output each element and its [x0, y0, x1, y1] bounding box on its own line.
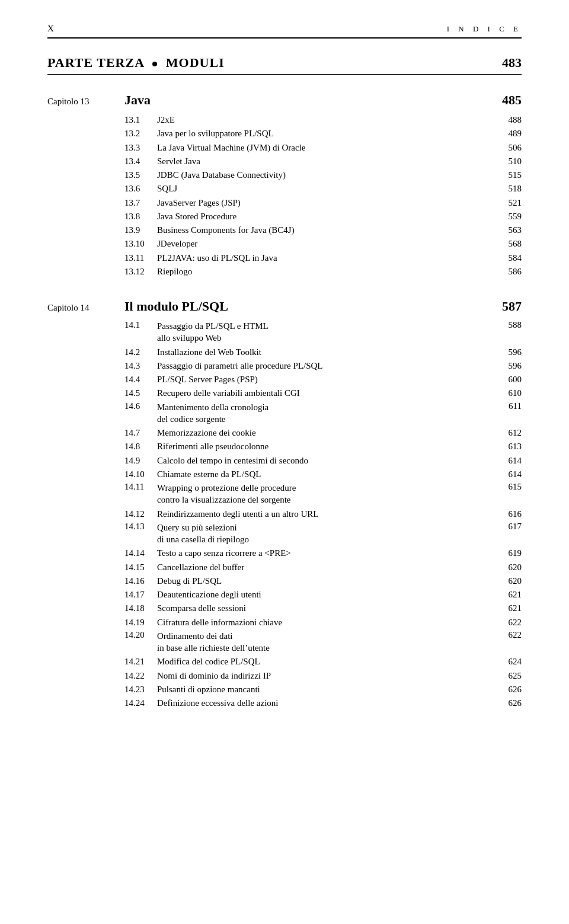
- entry-text: JDBC (Java Database Connectivity): [157, 169, 489, 181]
- entry-text: Passaggio di parametri alle procedure PL…: [157, 360, 489, 372]
- entry-page: 521: [489, 198, 522, 208]
- list-item: 13.7JavaServer Pages (JSP)521: [124, 197, 522, 209]
- list-item: 14.16Debug di PL/SQL620: [124, 575, 522, 587]
- capitolo-header: Capitolo 13Java485: [47, 92, 522, 108]
- entry-page: 622: [489, 630, 522, 640]
- entry-text: Modifica del codice PL/SQL: [157, 656, 489, 667]
- capitolo-pagenum: 587: [486, 299, 522, 314]
- list-item: 14.4PL/SQL Server Pages (PSP)600: [124, 373, 522, 385]
- entry-page: 510: [489, 156, 522, 167]
- entry-text: Query su più selezionidi una casella di …: [157, 522, 489, 546]
- toc-entries: 14.1Passaggio da PL/SQL e HTMLallo svilu…: [124, 320, 522, 709]
- capitolo-pagenum: 485: [486, 92, 522, 108]
- page-header: X I N D I C E: [47, 24, 522, 34]
- entry-page: 624: [489, 657, 522, 667]
- entry-text: Java Stored Procedure: [157, 210, 489, 222]
- parte-header: PARTE TERZA MODULI 483: [47, 55, 522, 71]
- entry-num: 14.22: [124, 671, 157, 681]
- list-item: 14.7Memorizzazione dei cookie612: [124, 427, 522, 439]
- entry-text: Chiamate esterne da PL/SQL: [157, 468, 489, 480]
- entry-page: 613: [489, 442, 522, 452]
- entry-text: Deautenticazione degli utenti: [157, 589, 489, 600]
- entry-page: 515: [489, 170, 522, 180]
- list-item: 14.18Scomparsa delle sessioni621: [124, 602, 522, 614]
- capitolo-header: Capitolo 14Il modulo PL/SQL587: [47, 299, 522, 314]
- entry-num: 13.4: [124, 156, 157, 167]
- entry-num: 13.8: [124, 212, 157, 222]
- header-indice: I N D I C E: [447, 24, 522, 34]
- list-item: 14.20Ordinamento dei datiin base alle ri…: [124, 630, 522, 654]
- list-item: 14.13Query su più selezionidi una casell…: [124, 522, 522, 546]
- entry-page: 568: [489, 239, 522, 249]
- entry-text: Installazione del Web Toolkit: [157, 346, 489, 358]
- list-item: 14.12Reindirizzamento degli utenti a un …: [124, 508, 522, 520]
- entry-text: Cifratura delle informazioni chiave: [157, 616, 489, 628]
- toc-content: Capitolo 13Java48513.1J2xE48813.2Java pe…: [47, 92, 522, 709]
- entry-text: Calcolo del tempo in centesimi di second…: [157, 455, 489, 466]
- entry-text: Java per lo sviluppatore PL/SQL: [157, 127, 489, 139]
- entry-num: 14.23: [124, 685, 157, 695]
- capitolo-title: Il modulo PL/SQL: [124, 299, 486, 314]
- list-item: 14.3Passaggio di parametri alle procedur…: [124, 360, 522, 372]
- list-item: 14.9Calcolo del tempo in centesimi di se…: [124, 455, 522, 466]
- list-item: 13.9Business Components for Java (BC4J)5…: [124, 224, 522, 236]
- entry-page: 586: [489, 267, 522, 277]
- entry-page: 614: [489, 469, 522, 479]
- entry-page: 559: [489, 212, 522, 222]
- entry-num: 13.3: [124, 143, 157, 153]
- list-item: 14.22Nomi di dominio da indirizzi IP625: [124, 670, 522, 682]
- entry-num: 14.16: [124, 576, 157, 586]
- entry-page: 614: [489, 456, 522, 466]
- entry-page: 625: [489, 671, 522, 681]
- entry-text: SQLJ: [157, 183, 489, 194]
- entry-page: 619: [489, 548, 522, 558]
- entry-text: Recupero delle variabili ambientali CGI: [157, 387, 489, 399]
- entry-page: 610: [489, 388, 522, 398]
- list-item: 13.12Riepilogo586: [124, 266, 522, 277]
- entry-num: 13.10: [124, 239, 157, 249]
- entry-num: 14.11: [124, 482, 157, 492]
- entry-num: 14.19: [124, 618, 157, 628]
- entry-text: Riferimenti alle pseudocolonne: [157, 440, 489, 452]
- entry-num: 14.9: [124, 456, 157, 466]
- entry-text: Testo a capo senza ricorrere a <PRE>: [157, 547, 489, 559]
- entry-page: 611: [489, 401, 522, 411]
- entry-num: 14.4: [124, 375, 157, 385]
- entry-num: 14.18: [124, 603, 157, 613]
- entry-page: 506: [489, 143, 522, 153]
- entry-num: 14.20: [124, 630, 157, 640]
- capitolo-title: Java: [124, 92, 486, 108]
- entry-page: 488: [489, 115, 522, 125]
- entry-text: Business Components for Java (BC4J): [157, 224, 489, 236]
- entry-page: 617: [489, 522, 522, 532]
- toc-entries: 13.1J2xE48813.2Java per lo sviluppatore …: [124, 114, 522, 277]
- list-item: 14.23Pulsanti di opzione mancanti626: [124, 683, 522, 695]
- list-item: 14.6Mantenimento della cronologiadel cod…: [124, 401, 522, 426]
- list-item: 13.5JDBC (Java Database Connectivity)515: [124, 169, 522, 181]
- list-item: 13.10JDeveloper568: [124, 238, 522, 250]
- parte-page: 483: [502, 55, 522, 71]
- capitolo-label: Capitolo 13: [47, 97, 124, 107]
- entry-page: 612: [489, 428, 522, 438]
- list-item: 13.4Servlet Java510: [124, 155, 522, 167]
- entry-num: 13.2: [124, 129, 157, 139]
- list-item: 14.14Testo a capo senza ricorrere a <PRE…: [124, 547, 522, 559]
- entry-text: Cancellazione del buffer: [157, 561, 489, 573]
- entry-num: 14.12: [124, 509, 157, 519]
- capitolo-label: Capitolo 14: [47, 303, 124, 313]
- entry-text: PL/SQL Server Pages (PSP): [157, 373, 489, 385]
- entry-num: 14.21: [124, 657, 157, 667]
- entry-num: 13.5: [124, 170, 157, 180]
- parte-divider: [47, 74, 522, 75]
- entry-text: Servlet Java: [157, 155, 489, 167]
- parte-label: PARTE TERZA: [47, 55, 144, 70]
- entry-text: La Java Virtual Machine (JVM) di Oracle: [157, 142, 489, 154]
- list-item: 13.2Java per lo sviluppatore PL/SQL489: [124, 127, 522, 139]
- entry-page: 626: [489, 698, 522, 708]
- list-item: 13.6SQLJ518: [124, 183, 522, 194]
- list-item: 14.10Chiamate esterne da PL/SQL614: [124, 468, 522, 480]
- entry-num: 13.7: [124, 198, 157, 208]
- entry-text: Nomi di dominio da indirizzi IP: [157, 670, 489, 682]
- entry-num: 13.11: [124, 253, 157, 263]
- entry-page: 616: [489, 509, 522, 519]
